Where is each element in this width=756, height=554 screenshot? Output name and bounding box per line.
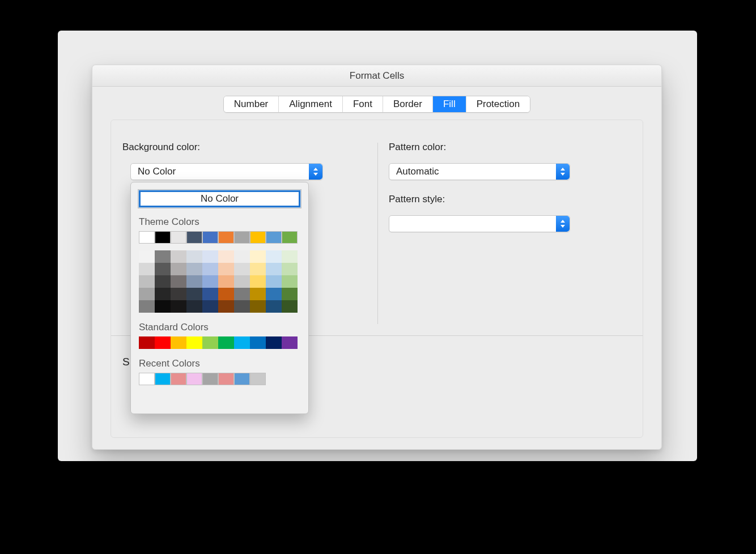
color-swatch[interactable] (234, 288, 250, 300)
color-swatch[interactable] (250, 250, 266, 263)
color-swatch[interactable] (202, 250, 218, 263)
color-swatch[interactable] (266, 275, 282, 288)
pattern-color-select[interactable]: Automatic (389, 163, 570, 180)
color-swatch[interactable] (282, 300, 298, 313)
color-swatch[interactable] (202, 288, 218, 300)
no-color-button[interactable]: No Color (139, 190, 300, 207)
fill-panel: Background color: No Color Pattern color… (111, 120, 643, 438)
color-swatch[interactable] (139, 300, 155, 313)
color-swatch[interactable] (250, 373, 266, 385)
color-swatch[interactable] (139, 231, 155, 244)
color-swatch[interactable] (171, 231, 186, 244)
background-color-select[interactable]: No Color (130, 163, 323, 180)
color-swatch[interactable] (218, 336, 234, 349)
color-swatch[interactable] (171, 263, 186, 275)
color-swatch[interactable] (266, 288, 282, 300)
color-swatch[interactable] (171, 288, 186, 300)
color-swatch[interactable] (202, 263, 218, 275)
color-swatch[interactable] (202, 231, 218, 244)
color-swatch[interactable] (218, 263, 234, 275)
color-swatch[interactable] (186, 250, 202, 263)
color-swatch[interactable] (218, 300, 234, 313)
standard-colors-heading: Standard Colors (139, 322, 300, 333)
color-swatch[interactable] (202, 300, 218, 313)
color-swatch[interactable] (155, 275, 171, 288)
color-swatch[interactable] (218, 250, 234, 263)
color-swatch[interactable] (186, 373, 202, 385)
color-swatch[interactable] (186, 231, 202, 244)
theme-shade-row (139, 275, 300, 288)
color-swatch[interactable] (202, 373, 218, 385)
color-swatch[interactable] (282, 288, 298, 300)
color-swatch[interactable] (266, 231, 282, 244)
pattern-color-label: Pattern color: (389, 142, 446, 153)
color-swatch[interactable] (155, 288, 171, 300)
color-swatch[interactable] (139, 288, 155, 300)
color-swatch[interactable] (171, 250, 186, 263)
color-swatch[interactable] (155, 263, 171, 275)
color-swatch[interactable] (139, 263, 155, 275)
color-swatch[interactable] (186, 275, 202, 288)
background-color-label: Background color: (122, 142, 200, 153)
color-swatch[interactable] (171, 373, 186, 385)
color-swatch[interactable] (234, 373, 250, 385)
color-swatch[interactable] (186, 300, 202, 313)
color-swatch[interactable] (282, 250, 298, 263)
color-swatch[interactable] (171, 336, 186, 349)
color-swatch[interactable] (234, 275, 250, 288)
color-swatch[interactable] (282, 275, 298, 288)
color-swatch[interactable] (155, 250, 171, 263)
dialog-title: Format Cells (92, 65, 661, 87)
color-swatch[interactable] (218, 231, 234, 244)
tab-number[interactable]: Number (224, 96, 279, 112)
color-swatch[interactable] (155, 336, 171, 349)
standard-color-row (139, 336, 300, 349)
color-swatch[interactable] (250, 263, 266, 275)
color-swatch[interactable] (139, 275, 155, 288)
color-swatch[interactable] (218, 373, 234, 385)
color-swatch[interactable] (266, 250, 282, 263)
color-swatch[interactable] (186, 263, 202, 275)
color-swatch[interactable] (282, 231, 298, 244)
tab-fill[interactable]: Fill (433, 96, 466, 112)
theme-shade-row (139, 263, 300, 275)
color-swatch[interactable] (171, 275, 186, 288)
color-swatch[interactable] (266, 300, 282, 313)
color-swatch[interactable] (186, 336, 202, 349)
tab-protection[interactable]: Protection (466, 96, 530, 112)
format-cells-dialog: Format Cells Number Alignment Font Borde… (92, 65, 662, 450)
color-swatch[interactable] (250, 231, 266, 244)
color-swatch[interactable] (234, 250, 250, 263)
tab-font[interactable]: Font (343, 96, 383, 112)
color-swatch[interactable] (202, 336, 218, 349)
color-swatch[interactable] (202, 275, 218, 288)
color-swatch[interactable] (234, 263, 250, 275)
color-swatch[interactable] (234, 336, 250, 349)
color-swatch[interactable] (155, 300, 171, 313)
color-swatch[interactable] (171, 300, 186, 313)
color-swatch[interactable] (155, 231, 171, 244)
tab-border[interactable]: Border (383, 96, 433, 112)
color-swatch[interactable] (218, 288, 234, 300)
color-swatch[interactable] (250, 288, 266, 300)
color-swatch[interactable] (218, 275, 234, 288)
color-swatch[interactable] (139, 336, 155, 349)
color-swatch[interactable] (234, 300, 250, 313)
color-swatch[interactable] (139, 373, 155, 385)
color-swatch[interactable] (266, 336, 282, 349)
tabs: Number Alignment Font Border Fill Protec… (223, 96, 530, 113)
pattern-color-value: Automatic (396, 166, 439, 177)
color-swatch[interactable] (250, 300, 266, 313)
tabs-container: Number Alignment Font Border Fill Protec… (92, 96, 661, 113)
color-swatch[interactable] (250, 336, 266, 349)
tab-alignment[interactable]: Alignment (279, 96, 343, 112)
color-swatch[interactable] (186, 288, 202, 300)
color-swatch[interactable] (250, 275, 266, 288)
color-swatch[interactable] (234, 231, 250, 244)
pattern-style-select[interactable] (389, 215, 570, 232)
color-swatch[interactable] (155, 373, 171, 385)
color-swatch[interactable] (139, 250, 155, 263)
color-swatch[interactable] (282, 263, 298, 275)
color-swatch[interactable] (266, 263, 282, 275)
color-swatch[interactable] (282, 336, 298, 349)
